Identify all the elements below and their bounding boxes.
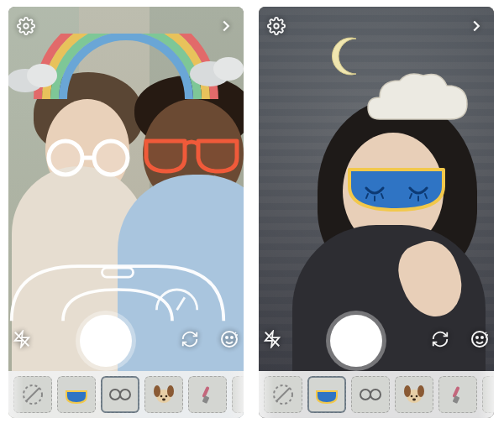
svg-point-10	[222, 332, 237, 347]
cloud-left-overlay	[8, 57, 64, 94]
svg-point-21	[160, 395, 163, 398]
face-filter-icon[interactable]	[470, 329, 490, 353]
svg-line-33	[276, 388, 290, 401]
svg-point-3	[213, 57, 244, 81]
svg-point-5	[94, 141, 128, 175]
svg-point-15	[110, 390, 120, 400]
shutter-button[interactable]	[80, 315, 132, 367]
svg-point-41	[412, 399, 416, 401]
settings-icon[interactable]	[267, 17, 286, 39]
svg-point-22	[165, 395, 168, 398]
svg-line-14	[26, 388, 39, 401]
filter-thumb-none[interactable]	[264, 376, 302, 413]
svg-point-23	[162, 399, 165, 401]
filter-thumb-feather[interactable]	[482, 376, 494, 413]
round-glasses-overlay	[45, 138, 133, 178]
filter-thumb-makeup[interactable]	[438, 376, 477, 413]
flash-icon[interactable]	[263, 330, 281, 352]
filter-tray[interactable]	[8, 371, 244, 418]
svg-point-19	[154, 385, 160, 397]
filter-thumb-round-glasses[interactable]	[351, 376, 390, 413]
filter-thumb-round-glasses[interactable]	[101, 376, 139, 413]
filter-thumb-none[interactable]	[13, 376, 52, 413]
svg-point-4	[49, 141, 82, 175]
cloud-right-overlay	[186, 49, 244, 89]
switch-camera-icon[interactable]	[431, 330, 449, 352]
svg-point-30	[476, 337, 478, 338]
svg-point-39	[411, 395, 413, 398]
switch-camera-icon[interactable]	[181, 330, 199, 352]
filter-thumb-makeup[interactable]	[188, 376, 227, 413]
svg-point-29	[472, 332, 487, 347]
paper-cloud-overlay	[363, 65, 472, 138]
filter-thumb-feather[interactable]	[232, 376, 244, 413]
face-filter-icon[interactable]	[219, 329, 239, 353]
svg-point-1	[27, 64, 57, 87]
svg-point-16	[120, 390, 130, 400]
svg-point-20	[167, 385, 174, 397]
svg-point-26	[274, 24, 279, 29]
svg-point-31	[481, 337, 483, 338]
shutter-button[interactable]	[330, 315, 382, 367]
filter-tray[interactable]	[259, 371, 494, 418]
sleep-mask-overlay	[346, 163, 447, 217]
svg-point-40	[416, 395, 418, 398]
svg-point-37	[404, 385, 411, 397]
svg-point-38	[417, 385, 424, 397]
chevron-right-icon[interactable]	[467, 17, 486, 39]
chevron-right-icon[interactable]	[217, 17, 235, 39]
settings-icon[interactable]	[17, 17, 35, 39]
svg-point-34	[360, 390, 370, 400]
svg-point-12	[231, 337, 233, 338]
svg-point-35	[370, 390, 381, 400]
filter-thumb-puppy[interactable]	[144, 376, 183, 413]
filter-thumb-sleep-mask[interactable]	[307, 376, 346, 413]
svg-point-11	[226, 337, 228, 338]
red-sunglasses-overlay	[141, 133, 242, 176]
svg-point-7	[24, 24, 29, 29]
filter-thumb-puppy[interactable]	[395, 376, 433, 413]
camera-screen-right	[259, 7, 494, 418]
camera-screen-left	[8, 7, 244, 418]
flash-icon[interactable]	[13, 330, 31, 352]
filter-thumb-sleep-mask[interactable]	[57, 376, 96, 413]
